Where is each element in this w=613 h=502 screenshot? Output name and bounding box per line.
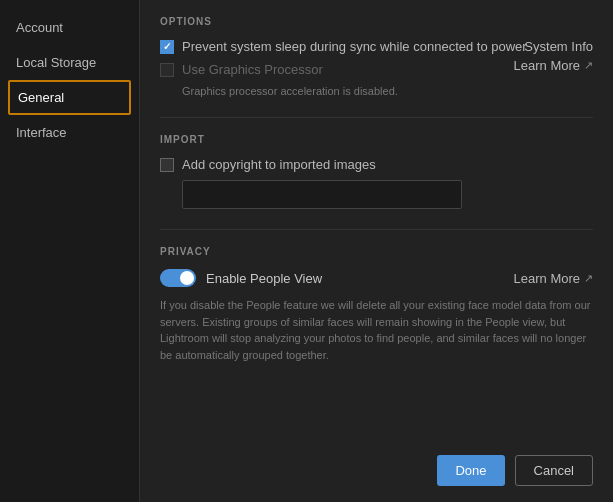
divider-1 <box>160 117 593 118</box>
external-link-icon: ↗ <box>584 59 593 72</box>
main-content: OPTIONS Prevent system sleep during sync… <box>140 0 613 502</box>
divider-2 <box>160 229 593 230</box>
privacy-description: If you disable the People feature we wil… <box>160 297 593 363</box>
options-label: OPTIONS <box>160 16 593 27</box>
learn-more-link[interactable]: Learn More ↗ <box>514 58 593 73</box>
import-section: IMPORT Add copyright to imported images <box>160 134 593 209</box>
add-copyright-row: Add copyright to imported images <box>160 157 593 172</box>
sidebar-item-interface[interactable]: Interface <box>0 115 139 150</box>
privacy-section: PRIVACY Enable People View Learn More ↗ … <box>160 246 593 363</box>
import-label: IMPORT <box>160 134 593 145</box>
add-copyright-label: Add copyright to imported images <box>182 157 376 172</box>
add-copyright-checkbox[interactable] <box>160 158 174 172</box>
cancel-button[interactable]: Cancel <box>515 455 593 486</box>
sidebar: Account Local Storage General Interface <box>0 0 140 502</box>
use-graphics-checkbox[interactable] <box>160 63 174 77</box>
prevent-sleep-checkbox[interactable] <box>160 40 174 54</box>
use-graphics-label: Use Graphics Processor <box>182 62 323 77</box>
privacy-learn-more-link[interactable]: Learn More ↗ <box>514 271 593 286</box>
system-links: System Info Learn More ↗ <box>514 39 593 73</box>
sidebar-item-general[interactable]: General <box>8 80 131 115</box>
enable-people-label: Enable People View <box>206 271 322 286</box>
enable-people-row: Enable People View Learn More ↗ <box>160 269 593 287</box>
sidebar-item-account[interactable]: Account <box>0 10 139 45</box>
done-button[interactable]: Done <box>437 455 504 486</box>
system-info-link[interactable]: System Info <box>524 39 593 54</box>
privacy-label: PRIVACY <box>160 246 593 257</box>
prevent-sleep-label: Prevent system sleep during sync while c… <box>182 39 527 54</box>
enable-people-toggle[interactable] <box>160 269 196 287</box>
graphics-sub-text: Graphics processor acceleration is disab… <box>182 85 593 97</box>
privacy-external-icon: ↗ <box>584 272 593 285</box>
options-section: OPTIONS Prevent system sleep during sync… <box>160 16 593 97</box>
sidebar-item-local-storage[interactable]: Local Storage <box>0 45 139 80</box>
copyright-input[interactable] <box>182 180 462 209</box>
footer-buttons: Done Cancel <box>437 455 593 486</box>
